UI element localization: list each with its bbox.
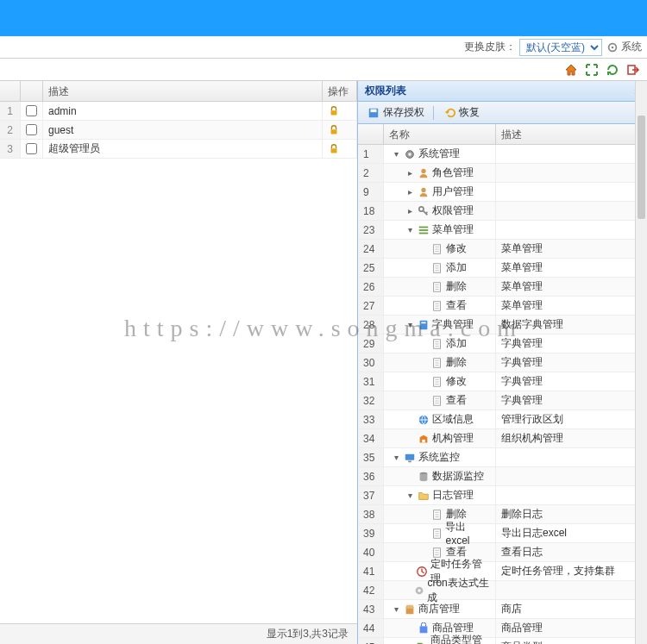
lock-icon <box>328 105 340 117</box>
key-icon <box>417 204 430 218</box>
node-label: 系统管理 <box>418 147 460 161</box>
node-label: 修改 <box>446 374 467 389</box>
svg-rect-14 <box>419 229 429 231</box>
expand-icon[interactable]: ▾ <box>405 491 415 500</box>
node-desc: 字典管理 <box>496 391 647 410</box>
book-icon <box>417 318 430 332</box>
tree-row[interactable]: 9▸用户管理 <box>358 183 647 202</box>
exit-icon[interactable] <box>626 63 640 77</box>
tree-row[interactable]: 36数据源监控 <box>358 467 647 486</box>
refresh-icon[interactable] <box>606 63 619 77</box>
node-desc: 菜单管理 <box>496 240 647 258</box>
tree-row[interactable]: 42cron表达式生成 <box>358 581 647 600</box>
panel-title: 权限列表 <box>365 84 406 98</box>
lock-icon <box>328 124 340 136</box>
gear-icon <box>606 41 619 54</box>
col-desc[interactable]: 描述 <box>43 81 323 101</box>
expand-icon[interactable]: ▾ <box>405 225 415 234</box>
node-label: 数据源监控 <box>432 469 484 484</box>
row-desc: admin <box>43 102 323 120</box>
node-label: 角色管理 <box>432 166 474 180</box>
svg-point-11 <box>421 187 425 191</box>
node-desc: 查看日志 <box>496 543 647 561</box>
tree-row[interactable]: 2▸角色管理 <box>358 164 647 183</box>
expand-icon[interactable]: ▸ <box>405 168 415 178</box>
expand-icon[interactable]: ▾ <box>391 453 401 462</box>
expand-icon[interactable]: ▾ <box>391 149 401 159</box>
table-row[interactable]: 3超级管理员 <box>0 140 357 159</box>
tree-cell: ▸角色管理 <box>384 164 496 182</box>
system-link[interactable]: 系统 <box>606 40 642 54</box>
page-icon <box>430 394 444 408</box>
tree-row[interactable]: 29添加字典管理 <box>358 335 647 353</box>
expand-icon[interactable]: ▾ <box>391 604 401 614</box>
node-desc: 字典管理 <box>496 353 647 372</box>
tree-row[interactable]: 28▾字典管理数据字典管理 <box>358 316 647 335</box>
node-label: 添加 <box>446 260 467 275</box>
row-checkbox[interactable] <box>21 102 43 120</box>
table-row[interactable]: 2guest <box>0 121 357 140</box>
tree-row[interactable]: 30删除字典管理 <box>358 353 647 372</box>
tree-row[interactable]: 1▾系统管理 <box>358 145 647 164</box>
svg-rect-7 <box>371 109 377 112</box>
node-desc <box>496 581 647 599</box>
scroll-thumb[interactable] <box>638 116 645 219</box>
tree-cell: ▾字典管理 <box>384 316 496 334</box>
tree-cell: 添加 <box>384 335 496 353</box>
row-op[interactable] <box>323 102 357 120</box>
tree-row[interactable]: 34机构管理组织机构管理 <box>358 429 647 448</box>
monitor-icon <box>403 451 417 465</box>
node-desc <box>496 164 647 182</box>
tree-cell: 商品类型管理 <box>384 638 496 644</box>
right-grid-body: 1▾系统管理2▸角色管理9▸用户管理18▸权限管理23▾菜单管理24修改菜单管理… <box>358 145 647 644</box>
skin-select[interactable]: 默认(天空蓝) <box>519 39 602 56</box>
tree-cell: 区域信息 <box>384 410 496 428</box>
right-panel-header: 权限列表 » <box>358 81 647 102</box>
tree-row[interactable]: 37▾日志管理 <box>358 486 647 505</box>
page-icon <box>430 527 444 541</box>
row-op[interactable] <box>323 121 357 139</box>
col-desc-r[interactable]: 描述 <box>496 124 647 144</box>
expand-icon[interactable]: ▸ <box>405 187 415 197</box>
node-desc: 数据字典管理 <box>496 316 647 334</box>
tag-icon <box>416 641 429 645</box>
tree-row[interactable]: 26删除菜单管理 <box>358 278 647 297</box>
tree-row[interactable]: 18▸权限管理 <box>358 202 647 221</box>
shop-icon <box>403 603 417 616</box>
scrollbar[interactable] <box>635 81 647 644</box>
undo-icon <box>443 106 456 120</box>
tree-row[interactable]: 32查看字典管理 <box>358 391 647 410</box>
menu-icon <box>417 223 430 237</box>
tree-row[interactable]: 24修改菜单管理 <box>358 240 647 259</box>
node-desc: 字典管理 <box>496 335 647 353</box>
col-op[interactable]: 操作 <box>323 81 357 101</box>
fullscreen-icon[interactable] <box>585 63 599 77</box>
node-desc <box>496 202 647 220</box>
node-label: 删除 <box>446 279 467 294</box>
save-auth-button[interactable]: 保存授权 <box>363 103 428 122</box>
tree-row[interactable]: 25添加菜单管理 <box>358 259 647 278</box>
tree-row[interactable]: 31修改字典管理 <box>358 372 647 391</box>
tree-row[interactable]: 43▾商店管理商店 <box>358 600 647 619</box>
tree-cell: ▾菜单管理 <box>384 221 496 239</box>
tree-row[interactable]: 45商品类型管理商品类型 <box>358 638 647 644</box>
home-icon[interactable] <box>564 63 578 77</box>
save-icon <box>367 106 380 120</box>
node-desc: 菜单管理 <box>496 278 647 296</box>
tree-row[interactable]: 23▾菜单管理 <box>358 221 647 240</box>
tree-row[interactable]: 33区域信息管理行政区划 <box>358 410 647 429</box>
expand-icon[interactable]: ▸ <box>405 206 415 216</box>
tree-row[interactable]: 39导出excel导出日志excel <box>358 524 647 543</box>
tree-cell: 导出excel <box>384 524 496 542</box>
table-row[interactable]: 1admin <box>0 102 357 121</box>
right-panel: 权限列表 » 保存授权 恢复 名称 描述 1▾系统管理2▸角色管理9▸用户管理1… <box>358 81 647 644</box>
left-grid-header: 描述 操作 <box>0 81 357 102</box>
tree-row[interactable]: 35▾系统监控 <box>358 448 647 467</box>
row-op[interactable] <box>323 140 357 158</box>
col-name[interactable]: 名称 <box>384 124 496 144</box>
expand-icon[interactable]: ▾ <box>405 320 415 329</box>
restore-button[interactable]: 恢复 <box>439 103 483 122</box>
row-checkbox[interactable] <box>21 121 43 139</box>
row-checkbox[interactable] <box>21 140 43 158</box>
tree-row[interactable]: 27查看菜单管理 <box>358 297 647 316</box>
